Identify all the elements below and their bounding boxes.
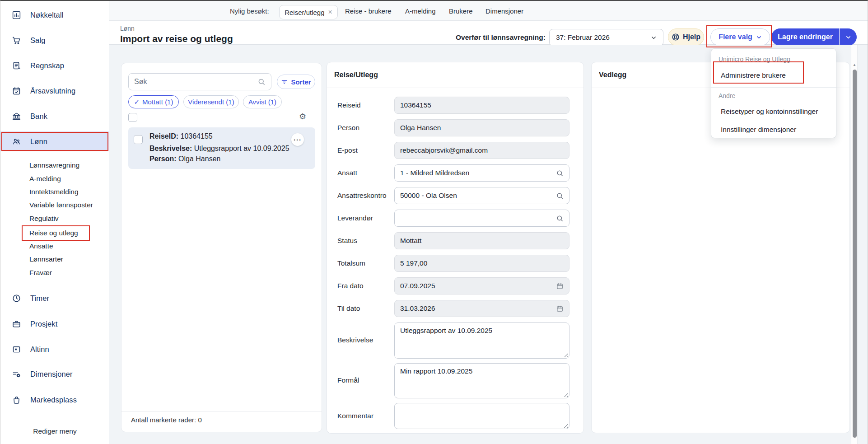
search-icon[interactable] xyxy=(556,215,564,222)
field-label-kommentar: Kommentar xyxy=(337,412,373,420)
sidebar-subitem-variable-lonnsposter[interactable]: Variable lønnsposter xyxy=(29,199,93,211)
sidebar-item-arsavslutning[interactable]: Årsavslutning xyxy=(0,81,109,101)
search-input[interactable] xyxy=(134,78,247,86)
selected-rows-count: Antall markerte rader: 0 xyxy=(131,416,202,424)
sidebar-subitem-lonnsarter[interactable]: Lønnsarter xyxy=(29,253,63,266)
select-all-checkbox[interactable] xyxy=(128,113,137,122)
field-label-leverandor: Leverandør xyxy=(337,214,373,222)
briefcase-icon xyxy=(11,319,21,329)
field-label-til-dato: Til dato xyxy=(337,304,360,313)
sidebar-item-bank[interactable]: Bank xyxy=(0,106,109,126)
sidebar-subitem-inntektsmelding[interactable]: Inntektsmelding xyxy=(29,186,79,198)
subitem-label: Regulativ xyxy=(29,215,59,223)
sidebar-item-label: Bank xyxy=(30,112,47,121)
edit-menu-link[interactable]: Rediger meny xyxy=(0,427,109,435)
field-kommentar[interactable] xyxy=(394,403,569,429)
sidebar-subitem-lonnsavregning[interactable]: Lønnsavregning xyxy=(29,159,79,172)
page-scrollbar[interactable]: ▲ xyxy=(851,45,858,444)
search-icon[interactable] xyxy=(556,169,564,177)
item-more-button[interactable]: ··· xyxy=(291,133,304,146)
tab-dimensjoner[interactable]: Dimensjoner xyxy=(485,7,523,15)
field-formal[interactable]: Min rapport 10.09.2025 xyxy=(394,363,569,398)
field-value: 31.03.2026 xyxy=(400,304,435,313)
filter-label: Videresendt (1) xyxy=(188,98,234,106)
help-button[interactable]: Hjelp xyxy=(668,28,704,46)
field-status: Mottatt xyxy=(394,232,569,249)
field-label-totalsum: Totalsum xyxy=(337,259,365,267)
gear-icon[interactable]: ⚙ xyxy=(299,112,306,121)
save-dropdown-button[interactable] xyxy=(840,28,857,46)
field-leverandor[interactable] xyxy=(394,210,569,227)
sidebar-subitem-ansatte[interactable]: Ansatte xyxy=(29,240,53,252)
row-checkbox[interactable] xyxy=(134,135,143,144)
sidebar-subitem-regulativ[interactable]: Regulativ xyxy=(29,212,59,225)
field-value: 10364155 xyxy=(400,101,431,109)
sidebar-item-regnskap[interactable]: Regnskap xyxy=(0,56,109,75)
menu-item-reisetyper[interactable]: Reisetyper og kontoinnstillinger xyxy=(711,104,837,119)
field-person: Olga Hansen xyxy=(394,119,569,136)
field-ansatt[interactable]: 1 - Mildred Mildredsen xyxy=(394,164,569,182)
item-desc-line: Beskrivelse: Utleggsrapport av 10.09.202… xyxy=(149,145,289,153)
calendar-icon[interactable] xyxy=(556,282,564,290)
scroll-up-arrow[interactable]: ▲ xyxy=(853,63,856,67)
scrollbar-thumb[interactable] xyxy=(853,70,857,438)
sidebar-divider xyxy=(0,423,109,423)
tab-reiser-utlegg[interactable]: Reiser/utlegg × xyxy=(279,5,338,19)
trip-list-item[interactable]: ReiseID: 10364155 Beskrivelse: Utleggsra… xyxy=(128,127,315,169)
save-changes-label: Lagre endringer xyxy=(778,33,833,41)
sort-button[interactable]: Sorter xyxy=(277,75,315,89)
menu-item-administrere-brukere[interactable]: Administrere brukere xyxy=(711,68,837,83)
sidebar-item-dimensjoner[interactable]: Dimensjoner xyxy=(0,364,109,384)
more-options-button[interactable]: Flere valg xyxy=(710,28,770,46)
menu-item-innstillinger-dimensjoner[interactable]: Innstillinger dimensjoner xyxy=(711,122,837,137)
payroll-period-select[interactable]: 37: Februar 2026 xyxy=(549,29,663,46)
sidebar-item-prosjekt[interactable]: Prosjekt xyxy=(0,314,109,334)
item-id-label: ReiseID: xyxy=(149,132,178,140)
recently-visited-label: Nylig besøkt: xyxy=(230,7,269,15)
field-epost: rebeccabjorsvik@gmail.com xyxy=(394,142,569,159)
field-beskrivelse[interactable]: Utleggsrapport av 10.09.2025 xyxy=(394,322,569,359)
sort-label: Sorter xyxy=(291,78,311,86)
close-icon[interactable]: × xyxy=(328,9,332,16)
sidebar-item-salg[interactable]: Salg xyxy=(0,30,109,50)
item-id-value: 10364155 xyxy=(180,132,212,140)
breadcrumb: Lønn xyxy=(120,25,135,32)
tab-brukere[interactable]: Brukere xyxy=(449,7,473,15)
bank-icon xyxy=(11,111,21,121)
menu-section-unimicro: Unimicro Reise og Utlegg xyxy=(719,56,790,63)
save-changes-button[interactable]: Lagre endringer xyxy=(771,28,839,46)
sidebar-subitem-reise-og-utlegg[interactable]: Reise og utlegg xyxy=(29,227,78,239)
resize-handle[interactable] xyxy=(564,393,568,397)
tab-a-melding[interactable]: A-melding xyxy=(405,7,436,15)
tab-reise-brukere[interactable]: Reise - brukere xyxy=(345,7,392,15)
sidebar-item-label: Lønn xyxy=(30,137,47,146)
resize-handle[interactable] xyxy=(564,423,568,428)
sidebar-subitem-fravaer[interactable]: Fravær xyxy=(29,266,52,279)
sidebar-item-timer[interactable]: Timer xyxy=(0,288,109,308)
sidebar-item-label: Nøkkeltall xyxy=(30,11,63,19)
filter-chip-mottatt[interactable]: ✓ Mottatt (1) xyxy=(128,95,179,108)
sidebar-item-label: Timer xyxy=(30,294,49,303)
more-options-label: Flere valg xyxy=(719,33,752,41)
field-value: 50000 - Ola Olsen xyxy=(400,192,457,200)
sidebar-item-nokkeltall[interactable]: Nøkkeltall xyxy=(0,5,109,25)
filter-label: Avvist (1) xyxy=(248,98,276,106)
sidebar-item-altinn[interactable]: Altinn xyxy=(0,339,109,359)
sort-icon xyxy=(281,79,288,85)
field-ansattreskontro[interactable]: 50000 - Ola Olsen xyxy=(394,187,569,204)
filter-chip-videresendt[interactable]: Videresendt (1) xyxy=(183,95,239,108)
sidebar-item-lonn[interactable]: Lønn xyxy=(0,131,109,151)
calendar-check-icon xyxy=(11,86,21,96)
help-label: Hjelp xyxy=(683,33,700,41)
item-desc-label: Beskrivelse: xyxy=(149,145,192,152)
sidebar-item-label: Markedsplass xyxy=(30,396,77,404)
sidebar-item-label: Prosjekt xyxy=(30,320,57,328)
search-icon[interactable] xyxy=(556,192,564,200)
sidebar-subitem-a-melding[interactable]: A-melding xyxy=(29,173,61,185)
filter-chip-avvist[interactable]: Avvist (1) xyxy=(243,95,282,108)
resize-handle[interactable] xyxy=(564,353,568,357)
recently-visited-bar: Nylig besøkt: Reiser/utlegg × Reise - br… xyxy=(109,1,868,21)
field-value: 07.09.2025 xyxy=(400,282,435,290)
sidebar-item-markedsplass[interactable]: Markedsplass xyxy=(0,390,109,410)
calendar-icon[interactable] xyxy=(556,305,564,313)
